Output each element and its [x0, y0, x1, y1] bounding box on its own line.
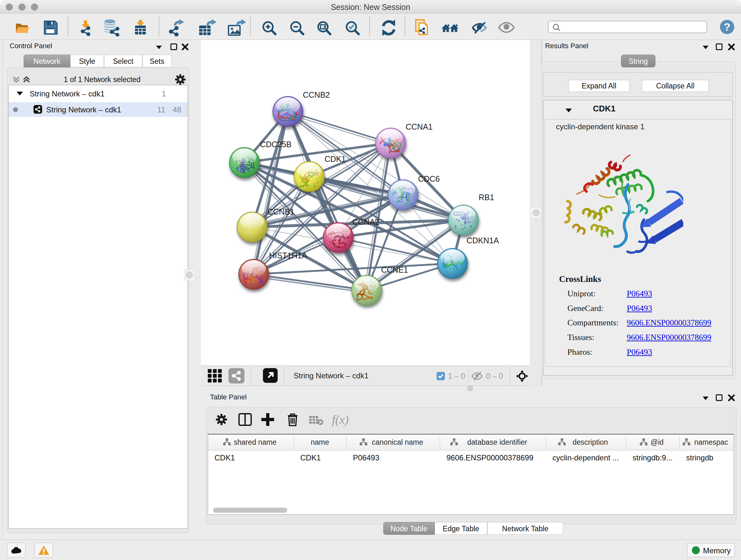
svg-text:CCNA2: CCNA2 [352, 217, 380, 226]
svg-text:CCNA1: CCNA1 [406, 122, 433, 131]
svg-text:CDK1: CDK1 [325, 154, 346, 164]
svg-text:CDKN1A: CDKN1A [467, 236, 499, 245]
svg-text:CCNE1: CCNE1 [381, 265, 408, 274]
svg-text:HIST1H1A: HIST1H1A [269, 251, 307, 260]
svg-text:CDC6: CDC6 [418, 174, 440, 183]
svg-text:RB1: RB1 [479, 193, 494, 202]
svg-text:CCNB2: CCNB2 [303, 90, 330, 99]
svg-text:CCNB1: CCNB1 [267, 207, 294, 216]
svg-text:CDC25B: CDC25B [260, 140, 292, 149]
